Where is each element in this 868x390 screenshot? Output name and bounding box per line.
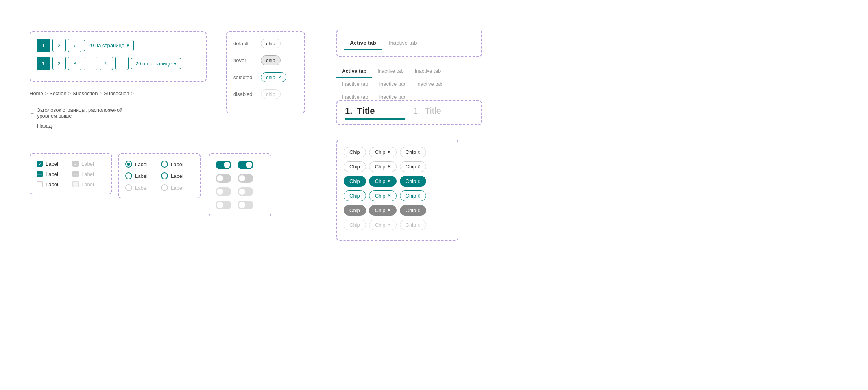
toggle-disabled-off-2 — [238, 187, 253, 196]
toggle-on-2[interactable] — [238, 161, 253, 169]
tab-wide-inactive-2[interactable]: Inactive tab — [409, 65, 447, 78]
chip-g-r1-num[interactable]: Chip 0 — [400, 147, 427, 157]
toggle-off-1[interactable] — [216, 174, 231, 183]
radio-btn-unselected-1[interactable] — [161, 161, 168, 168]
page-btn-r2-3[interactable]: 3 — [68, 57, 81, 70]
pagination-section: 1 2 › 20 на странице ▾ 1 2 3 ... 5 › 20 … — [30, 31, 207, 82]
chips-row-5: Chip Chip ✕ Chip 0 — [344, 205, 451, 216]
chip-g-r4-outlined-x[interactable]: Chip ✕ — [369, 190, 397, 201]
toggle-off-2[interactable] — [238, 174, 253, 183]
tab-wide-inactive-5[interactable]: Inactive tab — [411, 78, 448, 91]
chip-x-icon-r6: ✕ — [387, 222, 391, 227]
chip-g-r1-plain[interactable]: Chip — [344, 147, 366, 157]
chip-default[interactable]: chip — [261, 39, 281, 48]
back-label: Назад — [37, 123, 52, 129]
title-inactive: 1. Title — [413, 106, 473, 116]
per-page-select-1[interactable]: 20 на странице ▾ — [84, 40, 134, 51]
chip-state-label-hover: hover — [233, 57, 261, 63]
radio-unselected-1[interactable]: Label — [161, 161, 194, 168]
breadcrumb-home[interactable]: Home — [30, 91, 43, 96]
chip-g-r2-plain[interactable]: Chip — [344, 161, 366, 172]
checkbox-box-unchecked-disabled — [72, 181, 79, 187]
checkbox-checked-disabled: ✓ Label — [72, 161, 105, 167]
chip-disabled: chip — [261, 89, 281, 99]
breadcrumb-section[interactable]: Section — [49, 91, 66, 96]
parent-nav-label: Заголовок страницы, расположенойуровнем … — [37, 107, 122, 119]
checkbox-checked[interactable]: ✓ Label — [37, 161, 69, 167]
breadcrumb-subsection2[interactable]: Subsection — [104, 91, 129, 96]
radio-btn-selected[interactable] — [125, 161, 132, 168]
tab-wide-active[interactable]: Active tab — [336, 65, 372, 78]
page-btn-2[interactable]: 2 — [52, 39, 66, 52]
toggle-disabled-off-4 — [238, 201, 253, 209]
title-box: 1. Title 1. Title — [336, 100, 482, 125]
chip-x-icon-r3[interactable]: ✕ — [387, 179, 391, 184]
checkbox-box-indeterminate[interactable]: — — [37, 171, 43, 177]
chip-selected[interactable]: chip ✕ — [261, 72, 286, 82]
radio-disabled-1: Label — [125, 184, 158, 191]
checkbox-box-checked[interactable]: ✓ — [37, 161, 43, 167]
per-page-select-2[interactable]: 20 на странице ▾ — [131, 58, 181, 69]
tab-wide-inactive-1[interactable]: Inactive tab — [372, 65, 409, 78]
tab-active[interactable]: Active tab — [344, 37, 382, 50]
chip-g-r6-disabled-num: Chip 0 — [400, 220, 427, 230]
chip-g-r4-outlined[interactable]: Chip — [344, 190, 366, 201]
radio-unselected-3[interactable]: Label — [161, 172, 194, 179]
chip-g-r1-x[interactable]: Chip ✕ — [369, 147, 397, 157]
page-btn-next[interactable]: › — [68, 39, 81, 52]
chip-close-icon[interactable]: ✕ — [278, 75, 281, 80]
radio-label-selected: Label — [135, 161, 148, 167]
checkbox-label: Label — [46, 161, 58, 167]
checkbox-box-unchecked[interactable] — [37, 181, 43, 187]
chip-state-label-selected: selected — [233, 74, 261, 80]
chip-x-icon-r2[interactable]: ✕ — [387, 164, 391, 169]
chip-g-r2-num[interactable]: Chip 0 — [400, 161, 427, 172]
chip-hover[interactable]: chip — [261, 55, 281, 65]
chip-g-r3-dark-num[interactable]: Chip 0 — [400, 176, 427, 187]
chip-num-r6: 0 — [418, 223, 420, 227]
breadcrumb: Home > Section > Subsection > Subsection… — [30, 91, 134, 96]
page-btn-r2-5[interactable]: 5 — [100, 57, 113, 70]
chip-g-r2-x[interactable]: Chip ✕ — [369, 161, 397, 172]
chip-x-icon-r4[interactable]: ✕ — [387, 193, 391, 198]
page-btn-r2-next[interactable]: › — [115, 57, 129, 70]
chip-g-r6-disabled: Chip — [344, 220, 366, 230]
radio-unselected-2[interactable]: Label — [125, 172, 158, 179]
chip-row-hover: hover chip — [233, 55, 298, 65]
checkbox-grid: ✓ Label ✓ Label — Label — Label — [37, 161, 105, 187]
page-btn-1[interactable]: 1 — [37, 39, 50, 52]
chip-num-r3: 0 — [418, 179, 420, 184]
chip-g-r4-outlined-num[interactable]: Chip 0 — [400, 190, 427, 201]
chip-g-r3-dark[interactable]: Chip — [344, 176, 366, 187]
toggle-on-1[interactable] — [216, 161, 231, 169]
back-link[interactable]: ← Назад — [30, 123, 122, 129]
breadcrumb-subsection1[interactable]: Subsection — [72, 91, 98, 96]
chip-g-r5-gray-x[interactable]: Chip ✕ — [369, 205, 397, 216]
radio-selected[interactable]: Label — [125, 161, 158, 168]
tab-inactive-1[interactable]: Inactive tab — [382, 37, 423, 50]
parent-nav-link[interactable]: ← Заголовок страницы, расположенойуровне… — [30, 107, 122, 119]
tab-wide-inactive-3[interactable]: Inactive tab — [336, 78, 374, 91]
page-btn-r2-2[interactable]: 2 — [52, 57, 66, 70]
radio-btn-unselected-3[interactable] — [161, 172, 168, 179]
tab-wide-inactive-4[interactable]: Inactive tab — [374, 78, 411, 91]
chip-g-r3-dark-x[interactable]: Chip ✕ — [369, 176, 397, 187]
toggle-row-4 — [216, 201, 264, 209]
chip-x-icon-r5[interactable]: ✕ — [387, 208, 391, 213]
chips-row-4: Chip Chip ✕ Chip 0 — [344, 190, 451, 201]
radio-label-disabled-2: Label — [171, 185, 183, 191]
toggle-thumb-4 — [239, 175, 245, 181]
checkbox-unchecked[interactable]: Label — [37, 181, 69, 187]
chip-x-icon[interactable]: ✕ — [387, 150, 391, 155]
chip-g-r5-gray-num[interactable]: Chip 0 — [400, 205, 427, 216]
chip-num-r2: 0 — [418, 165, 420, 169]
chips-row-2: Chip Chip ✕ Chip 0 — [344, 161, 451, 172]
chip-g-r5-gray[interactable]: Chip — [344, 205, 366, 216]
chip-state-label-default: default — [233, 41, 261, 46]
radio-btn-unselected-2[interactable] — [125, 172, 132, 179]
page-btn-r2-1[interactable]: 1 — [37, 57, 50, 70]
toggle-thumb-8 — [239, 202, 245, 208]
page-btn-dots[interactable]: ... — [84, 57, 97, 70]
checkbox-indeterminate[interactable]: — Label — [37, 171, 69, 177]
minus-icon-disabled: — — [73, 172, 78, 176]
